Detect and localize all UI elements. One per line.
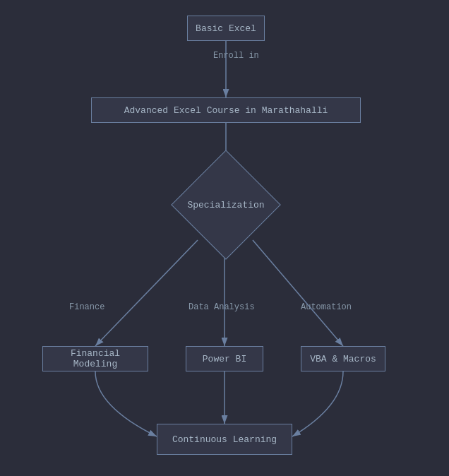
specialization-label: Specialization bbox=[187, 200, 264, 210]
node-basic-excel: Basic Excel bbox=[187, 16, 265, 41]
label-finance: Finance bbox=[69, 302, 104, 312]
node-continuous-learning: Continuous Learning bbox=[157, 424, 292, 455]
diagram-container: Enroll in Finance Data Analysis Automati… bbox=[0, 0, 449, 476]
svg-line-5 bbox=[253, 240, 343, 346]
svg-line-3 bbox=[95, 240, 198, 346]
node-power-bi: Power BI bbox=[186, 346, 263, 371]
node-specialization: Specialization bbox=[168, 162, 284, 247]
node-financial-modeling: Financial Modeling bbox=[42, 346, 148, 371]
node-advanced-course: Advanced Excel Course in Marathahalli bbox=[91, 97, 361, 123]
label-automation: Automation bbox=[301, 302, 352, 312]
node-vba-macros: VBA & Macros bbox=[301, 346, 385, 371]
label-enroll: Enroll in bbox=[213, 51, 259, 61]
label-data-analysis: Data Analysis bbox=[188, 302, 255, 312]
